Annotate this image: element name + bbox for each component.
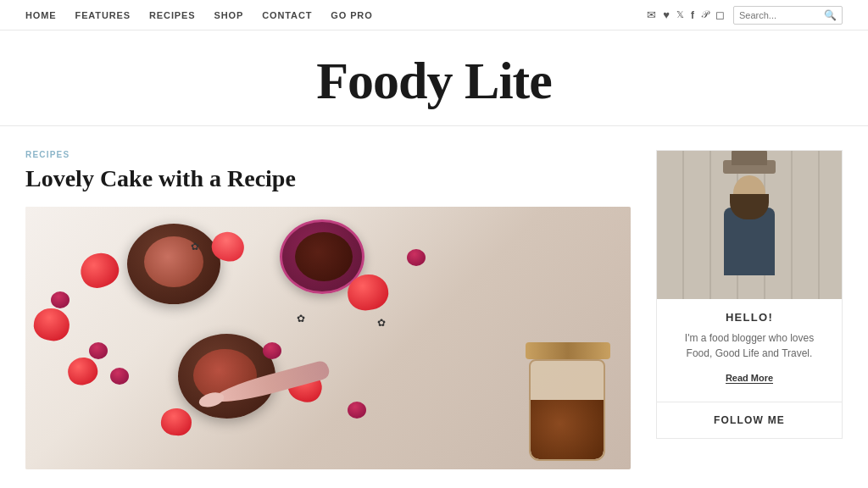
sidebar: HELLO! I'm a food blogger who loves Food… bbox=[656, 150, 843, 469]
nav-contact[interactable]: CONTACT bbox=[262, 10, 312, 20]
post-image-canvas: ✿ ✿ ✿ bbox=[25, 207, 631, 469]
nav-links: HOME FEATURES RECIPES SHOP CONTACT GO PR… bbox=[25, 10, 373, 20]
sidebar-profile-card: HELLO! I'm a food blogger who loves Food… bbox=[656, 150, 843, 402]
post-image: ✿ ✿ ✿ bbox=[25, 207, 631, 469]
nav-recipes[interactable]: RECIPES bbox=[149, 10, 195, 20]
profile-image bbox=[657, 151, 842, 299]
raspberry-1 bbox=[51, 291, 70, 308]
sidebar-follow-section: FOLLOW ME bbox=[656, 402, 843, 439]
person-head bbox=[733, 175, 765, 211]
jar-lid bbox=[526, 342, 610, 359]
post-title: Lovely Cake with a Recipe bbox=[25, 164, 631, 193]
raspberry-4 bbox=[110, 368, 129, 385]
food-bowl-3 bbox=[178, 334, 275, 419]
raspberry-5 bbox=[407, 249, 426, 266]
site-header: Foody Lite bbox=[0, 30, 868, 126]
twitter-icon[interactable]: 𝕏 bbox=[676, 9, 684, 20]
flower-1: ✿ bbox=[191, 241, 199, 253]
jar bbox=[529, 359, 605, 461]
content-area: RECIPES Lovely Cake with a Recipe bbox=[25, 150, 631, 469]
instagram-icon[interactable]: ◻ bbox=[715, 8, 725, 22]
flower-2: ✿ bbox=[297, 313, 305, 325]
raspberry-2 bbox=[89, 342, 108, 359]
sidebar-bio: I'm a food blogger who loves Food, Good … bbox=[657, 330, 842, 361]
raspberry-6 bbox=[348, 402, 366, 419]
sidebar-hello: HELLO! bbox=[657, 311, 842, 324]
pinterest-icon[interactable]: 𝒫 bbox=[701, 8, 709, 21]
main-container: RECIPES Lovely Cake with a Recipe bbox=[0, 126, 868, 486]
nav-home[interactable]: HOME bbox=[25, 10, 57, 20]
raspberry-3 bbox=[263, 342, 281, 359]
post-category: RECIPES bbox=[25, 150, 631, 159]
search-input[interactable] bbox=[739, 10, 824, 20]
email-icon[interactable]: ✉ bbox=[647, 8, 656, 22]
strawberry-3 bbox=[31, 305, 72, 343]
nav-shop[interactable]: SHOP bbox=[214, 10, 244, 20]
nav-features[interactable]: FEATURES bbox=[75, 10, 131, 20]
nav-right: ✉ ♥ 𝕏 f 𝒫 ◻ 🔍 bbox=[647, 6, 843, 25]
strawberry-7 bbox=[160, 407, 193, 436]
profile-img-canvas bbox=[657, 151, 842, 299]
nav-gopro[interactable]: GO PRO bbox=[331, 10, 372, 20]
nav-social-icons: ✉ ♥ 𝕏 f 𝒫 ◻ bbox=[647, 8, 725, 22]
sidebar-readmore-link[interactable]: Read More bbox=[726, 373, 773, 384]
search-button[interactable]: 🔍 bbox=[824, 9, 837, 21]
facebook-icon[interactable]: f bbox=[691, 9, 694, 21]
person-figure bbox=[724, 175, 775, 275]
flower-3: ✿ bbox=[377, 317, 386, 330]
main-nav: HOME FEATURES RECIPES SHOP CONTACT GO PR… bbox=[0, 0, 868, 30]
site-title: Foody Lite bbox=[0, 54, 868, 107]
search-box: 🔍 bbox=[733, 6, 843, 25]
person-hair bbox=[730, 194, 769, 219]
sidebar-follow-title: FOLLOW ME bbox=[669, 414, 830, 426]
strawberry-4 bbox=[64, 354, 100, 388]
heart-icon[interactable]: ♥ bbox=[663, 8, 670, 22]
strawberry-1 bbox=[76, 247, 124, 292]
food-bowl-1 bbox=[127, 224, 220, 304]
